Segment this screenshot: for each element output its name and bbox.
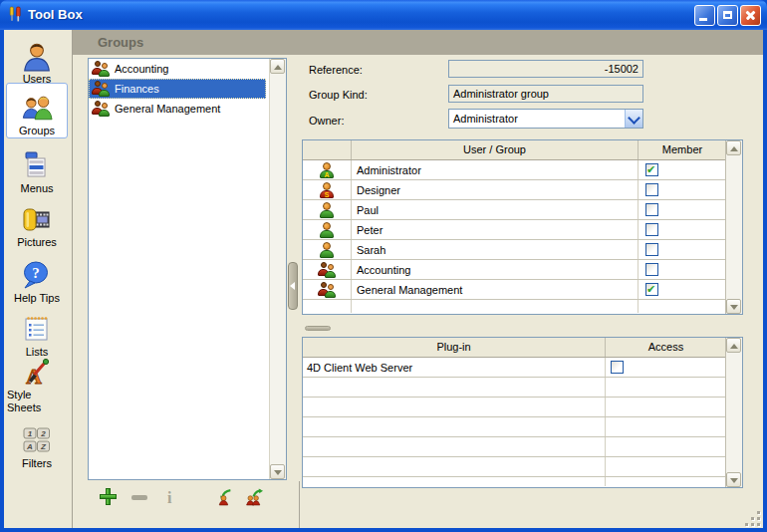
groups-list-scrollbar[interactable]	[269, 59, 286, 479]
members-table-scrollbar[interactable]	[725, 140, 742, 314]
sidebar: Users Groups	[4, 30, 73, 528]
user-icon	[319, 202, 335, 218]
resize-grip[interactable]	[744, 510, 760, 526]
group-icon	[318, 282, 337, 298]
member-checkbox[interactable]	[645, 263, 658, 276]
info-button[interactable]: i	[167, 488, 179, 508]
load-group-button[interactable]	[215, 488, 235, 508]
icon-column-header	[303, 140, 352, 159]
access-column-header[interactable]: Access	[606, 338, 726, 357]
plugin-row[interactable]: 4D Client Web Server	[303, 358, 742, 378]
member-row[interactable]: General Management	[303, 280, 742, 300]
owner-dropdown[interactable]: Administrator	[448, 109, 643, 129]
plus-icon	[100, 488, 117, 505]
member-checkbox[interactable]	[645, 283, 658, 296]
user-group-column-header[interactable]: User / Group	[352, 140, 639, 159]
add-group-button[interactable]	[100, 488, 120, 508]
member-row[interactable]: Peter	[303, 220, 742, 240]
group-kind-field[interactable]: Administrator group	[448, 85, 643, 103]
scroll-up-button[interactable]	[270, 59, 285, 74]
plugin-column-header[interactable]: Plug-in	[303, 338, 606, 357]
users-icon	[21, 41, 53, 73]
info-icon: i	[167, 489, 171, 506]
lists-icon	[21, 314, 53, 346]
group-icon	[92, 101, 111, 117]
empty-row	[303, 437, 742, 457]
section-header: Groups	[72, 30, 763, 55]
sidebar-item-lists[interactable]: Lists	[7, 309, 67, 359]
member-row[interactable]: Accounting	[303, 260, 742, 280]
window-content: Groups Users	[4, 30, 763, 528]
member-column-header[interactable]: Member	[639, 140, 726, 159]
member-checkbox[interactable]	[645, 163, 658, 176]
member-checkbox[interactable]	[645, 203, 658, 216]
reference-label: Reference:	[309, 64, 438, 76]
member-row[interactable]: Paul	[303, 200, 742, 220]
user-designer-icon	[319, 182, 335, 198]
maximize-icon	[723, 11, 732, 19]
scroll-down-icon	[730, 305, 738, 310]
member-row[interactable]: Administrator	[303, 160, 742, 180]
close-button[interactable]	[740, 5, 761, 26]
empty-row	[303, 378, 742, 398]
sidebar-item-label: Menus	[20, 182, 53, 195]
empty-row	[303, 457, 742, 477]
user-icon	[319, 242, 335, 258]
group-list-item[interactable]: General Management	[89, 99, 266, 119]
plugins-table: Plug-in Access 4D Client Web Server	[302, 337, 743, 488]
access-checkbox[interactable]	[611, 361, 624, 374]
reference-field[interactable]: -15002	[448, 60, 643, 78]
window-controls	[694, 5, 761, 26]
plugins-table-scrollbar[interactable]	[725, 338, 742, 487]
plugins-table-header: Plug-in Access	[303, 338, 742, 358]
svg-text:?: ?	[32, 265, 40, 281]
window-title: Tool Box	[28, 0, 83, 29]
sidebar-item-users[interactable]: Users	[7, 36, 67, 86]
plugin-name: 4D Client Web Server	[303, 358, 606, 377]
scroll-up-icon	[730, 146, 738, 151]
delete-group-button[interactable]	[131, 488, 151, 508]
sidebar-item-help-tips[interactable]: ? Help Tips	[7, 255, 67, 305]
scroll-up-icon	[274, 65, 282, 70]
scroll-down-button[interactable]	[726, 299, 741, 314]
member-name: Sarah	[352, 240, 639, 259]
style-sheets-icon: A	[21, 357, 53, 389]
chevron-down-icon	[628, 112, 640, 125]
sidebar-item-menus[interactable]: Menus	[7, 145, 67, 195]
sidebar-item-filters[interactable]: 1 2 A Z Filters	[7, 420, 67, 470]
scroll-up-button[interactable]	[726, 338, 741, 353]
group-list-item-selected[interactable]: Finances	[89, 79, 266, 99]
owner-label: Owner:	[309, 115, 438, 127]
sidebar-item-groups[interactable]: Groups	[6, 83, 68, 138]
member-checkbox[interactable]	[645, 183, 658, 196]
group-kind-label: Group Kind:	[309, 89, 438, 101]
member-checkbox[interactable]	[645, 223, 658, 236]
sidebar-item-label: Groups	[19, 125, 55, 137]
maximize-button[interactable]	[717, 5, 738, 26]
scroll-down-button[interactable]	[270, 464, 285, 479]
member-name: Designer	[352, 180, 639, 199]
table-splitter-handle[interactable]	[305, 326, 331, 331]
scroll-down-button[interactable]	[726, 472, 741, 487]
scroll-down-icon	[730, 478, 738, 483]
collapse-left-icon	[290, 282, 295, 290]
save-group-button[interactable]	[245, 488, 265, 508]
sidebar-item-pictures[interactable]: Pictures	[7, 199, 67, 249]
title-bar[interactable]: Tool Box	[0, 0, 767, 30]
member-checkbox[interactable]	[645, 243, 658, 256]
dropdown-button[interactable]	[625, 110, 642, 128]
section-title: Groups	[72, 30, 763, 55]
pictures-icon	[21, 204, 53, 236]
groups-list: Accounting Finances General Management	[88, 58, 287, 480]
group-list-item[interactable]: Accounting	[89, 59, 266, 79]
sidebar-item-label: Style Sheets	[7, 389, 67, 414]
minimize-button[interactable]	[694, 5, 715, 26]
sidebar-item-style-sheets[interactable]: A Style Sheets	[7, 365, 67, 414]
empty-row	[303, 300, 742, 313]
group-name: General Management	[115, 103, 220, 115]
pane-splitter-handle[interactable]	[288, 262, 298, 310]
scroll-up-button[interactable]	[726, 140, 741, 155]
member-row[interactable]: Designer	[303, 180, 742, 200]
member-row[interactable]: Sarah	[303, 240, 742, 260]
user-admin-icon	[319, 162, 335, 178]
